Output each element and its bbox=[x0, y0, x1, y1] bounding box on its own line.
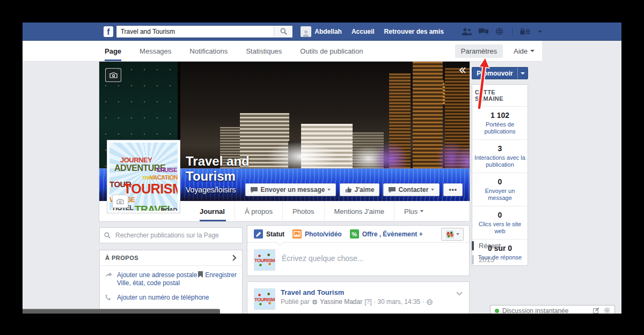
composer-placeholder[interactable]: Écrivez quelque chose... bbox=[282, 254, 364, 263]
post-composer: Statut Photo/vidéo % Offre , Évènement +… bbox=[247, 225, 470, 276]
stat-website-clicks[interactable]: 0 Clics vers le site web bbox=[472, 206, 528, 240]
facebook-top-bar: f Abdellah Accueil Retrouver des amis bbox=[23, 23, 621, 41]
page-category[interactable]: Voyages/loisirs bbox=[186, 185, 250, 194]
this-week-title: CETTE SEMAINE bbox=[472, 85, 528, 107]
browser-viewport: f Abdellah Accueil Retrouver des amis bbox=[23, 23, 621, 314]
tab-likes[interactable]: Mentions J'aime bbox=[324, 201, 394, 221]
tab-notifications[interactable]: Notifications bbox=[189, 41, 228, 61]
collapse-sidebar-icon[interactable] bbox=[459, 66, 466, 76]
about-row-address: Ajouter une adresse postale Ville, état,… bbox=[105, 271, 237, 287]
stat-label: Envoyer un message bbox=[474, 188, 525, 202]
settings-button[interactable]: Paramètres bbox=[455, 44, 503, 58]
post-meta: Publié par Yassine Madar [?] · 30 mars, … bbox=[281, 298, 433, 306]
stat-post-engagement[interactable]: 3 Interactions avec la publication bbox=[472, 140, 528, 173]
status-pencil-icon bbox=[254, 229, 263, 239]
more-actions-button[interactable]: ••• bbox=[443, 183, 463, 196]
more-dots-icon: ••• bbox=[449, 186, 457, 193]
user-avatar[interactable] bbox=[301, 26, 311, 37]
chat-settings-gear-icon[interactable] bbox=[604, 307, 610, 314]
tab-about[interactable]: À propos bbox=[235, 201, 282, 221]
composer-photo-label: Photo/vidéo bbox=[305, 230, 342, 238]
friend-requests-icon[interactable] bbox=[462, 28, 472, 35]
tab-timeline[interactable]: Journal bbox=[200, 201, 235, 221]
new-message-icon[interactable] bbox=[593, 307, 599, 314]
help-menu[interactable]: Aide bbox=[514, 47, 535, 55]
send-message-label: Envoyer un message bbox=[260, 186, 325, 193]
search-icon bbox=[280, 28, 287, 35]
online-status-dot bbox=[495, 309, 499, 313]
messages-icon[interactable] bbox=[479, 28, 488, 35]
stat-post-reach[interactable]: 1 102 Portées de publications bbox=[472, 107, 528, 140]
tab-publishing-tools[interactable]: Outils de publication bbox=[300, 41, 363, 61]
tab-statistics[interactable]: Statistiques bbox=[246, 41, 282, 61]
gear-badge-icon bbox=[312, 299, 318, 305]
tab-more[interactable]: Plus bbox=[394, 201, 433, 221]
tab-messages[interactable]: Messages bbox=[140, 41, 171, 61]
stat-messages[interactable]: 0 Envoyer un message bbox=[472, 173, 528, 206]
composer-tab-photo[interactable]: Photo/vidéo bbox=[292, 229, 342, 239]
timeline-recent[interactable]: Récent bbox=[472, 241, 501, 250]
post-author-link[interactable]: Travel and Tourism bbox=[281, 288, 433, 296]
contact-button[interactable]: Contacter bbox=[383, 183, 440, 196]
timeline-2015[interactable]: 2015 bbox=[472, 255, 501, 264]
timeline-search-input[interactable] bbox=[114, 231, 238, 240]
global-search-input[interactable] bbox=[116, 26, 274, 38]
help-caret-icon bbox=[530, 50, 535, 52]
timeline-navigation: Récent 2015 bbox=[472, 241, 501, 269]
like-button[interactable]: J'aime bbox=[340, 183, 379, 196]
composer-tab-status[interactable]: Statut bbox=[254, 229, 284, 239]
timeline-post: TOURISM Travel and Tourism Publié par Ya… bbox=[247, 281, 470, 314]
search-icon bbox=[104, 232, 111, 239]
cover-building bbox=[445, 68, 470, 175]
promote-button[interactable]: Promouvoir bbox=[472, 67, 528, 79]
facebook-logo-icon[interactable]: f bbox=[104, 26, 113, 37]
share-arrow-icon bbox=[105, 271, 117, 287]
tab-photos[interactable]: Photos bbox=[282, 201, 324, 221]
notifications-globe-icon[interactable] bbox=[495, 27, 503, 35]
chat-label: Discussion instantanée bbox=[502, 307, 568, 314]
composer-offer-label: Offre , Évènement + bbox=[362, 230, 423, 238]
admin-nav-right: Paramètres Aide bbox=[455, 41, 535, 61]
post-header: TOURISM Travel and Tourism Publié par Ya… bbox=[247, 282, 469, 314]
profile-picture[interactable]: JOURNEY ADVENTURE CRUISE VACATION TRIP T… bbox=[107, 140, 180, 213]
composer-tab-offer-event[interactable]: % Offre , Évènement + bbox=[350, 229, 423, 239]
post-as-selector[interactable]: TOURISM bbox=[441, 228, 464, 241]
about-title: À PROPOS bbox=[105, 255, 138, 261]
save-button[interactable]: Enregistrer bbox=[198, 271, 237, 287]
page-name-line2: Tourism bbox=[186, 169, 250, 184]
page-avatar-thumbnail: TOURISM bbox=[254, 249, 275, 271]
add-phone-link[interactable]: Ajouter un numéro de téléphone bbox=[117, 294, 209, 302]
privacy-shortcuts-icon[interactable] bbox=[519, 28, 530, 35]
stat-label: Portées de publications bbox=[474, 121, 525, 135]
chat-sidebar-header[interactable]: Discussion instantanée bbox=[490, 305, 615, 314]
about-row-phone: Ajouter un numéro de téléphone bbox=[105, 294, 237, 302]
add-address-link[interactable]: Ajouter une adresse postale bbox=[117, 271, 197, 279]
search-button[interactable] bbox=[274, 26, 292, 38]
post-options-chevron-icon[interactable] bbox=[456, 288, 463, 298]
account-menu-caret-icon[interactable] bbox=[538, 31, 542, 33]
address-subtitle-link[interactable]: Ville, état, code postal bbox=[117, 279, 180, 287]
profile-link[interactable]: Abdellah bbox=[314, 28, 342, 35]
post-timestamp[interactable]: [?] · 30 mars, 14:35 · bbox=[364, 298, 424, 306]
tab-page[interactable]: Page bbox=[105, 41, 121, 61]
tab-more-label: Plus bbox=[404, 207, 418, 215]
wordcloud-word: TOURISM bbox=[123, 182, 178, 196]
save-label: Enregistrer bbox=[205, 271, 237, 279]
post-editor-name[interactable]: Yassine Madar bbox=[320, 298, 362, 306]
timeline-marker bbox=[472, 255, 474, 264]
find-friends-link[interactable]: Retrouver des amis bbox=[384, 28, 444, 35]
send-message-button[interactable]: Envoyer un message bbox=[245, 183, 336, 196]
contact-label: Contacter bbox=[398, 186, 428, 193]
post-author-avatar[interactable]: TOURISM bbox=[254, 288, 275, 310]
about-body: Ajouter une adresse postale Ville, état,… bbox=[100, 266, 242, 314]
jewel-icons bbox=[455, 27, 503, 35]
stat-label: Clics vers le site web bbox=[474, 221, 525, 235]
camera-icon bbox=[109, 72, 118, 78]
change-profile-picture-button[interactable] bbox=[112, 195, 128, 208]
composer-tabs: Statut Photo/vidéo % Offre , Évènement +… bbox=[247, 226, 469, 243]
home-link[interactable]: Accueil bbox=[352, 28, 375, 35]
composer-body[interactable]: TOURISM Écrivez quelque chose... bbox=[247, 243, 469, 277]
about-header[interactable]: À PROPOS bbox=[100, 250, 242, 266]
chevron-right-icon bbox=[232, 255, 237, 261]
change-cover-button[interactable] bbox=[105, 68, 121, 82]
